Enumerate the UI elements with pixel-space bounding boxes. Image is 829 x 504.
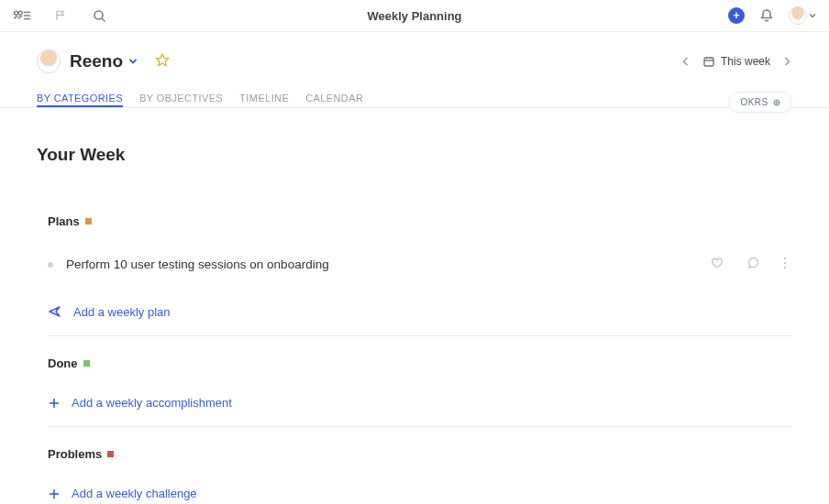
comment-icon[interactable] (746, 256, 761, 273)
section-plans-title: Plans (48, 214, 792, 228)
plan-item[interactable]: Perform 10 user testing sessions on onbo… (48, 243, 792, 284)
page-title-wrap: Weekly Planning (0, 9, 829, 23)
page-title: Weekly Planning (367, 9, 461, 23)
search-icon[interactable] (90, 6, 108, 25)
svg-rect-7 (704, 58, 713, 66)
tab-calendar[interactable]: CALENDAR (305, 93, 363, 107)
section-plans: Plans Perform 10 user testing sessions o… (37, 214, 792, 336)
heart-icon[interactable] (710, 256, 724, 273)
tab-by-objectives[interactable]: BY OBJECTIVES (139, 93, 223, 107)
avatar-icon (789, 6, 807, 25)
this-week-label: This week (721, 55, 770, 68)
section-done-title: Done (48, 356, 792, 370)
topbar-left (13, 6, 108, 25)
section-done: Done Add a weekly accomplishment (37, 356, 792, 427)
tabs: BY CATEGORIES BY OBJECTIVES TIMELINE CAL… (0, 80, 829, 107)
user-block: Reeno (37, 49, 171, 73)
page-header: Reeno This week (0, 32, 829, 80)
week-switcher: This week (680, 55, 792, 68)
section-problems-title: Problems (48, 447, 792, 461)
bell-icon[interactable] (757, 6, 776, 25)
add-problem-button[interactable]: Add a weekly challenge (48, 479, 792, 504)
svg-point-0 (15, 11, 18, 15)
svg-point-16 (784, 267, 786, 268)
flag-icon[interactable] (51, 6, 70, 25)
caret-down-icon (128, 57, 138, 66)
add-done-button[interactable]: Add a weekly accomplishment (48, 389, 792, 426)
more-icon[interactable] (783, 257, 787, 272)
svg-point-1 (18, 11, 22, 15)
plan-item-text: Perform 10 user testing sessions on onbo… (66, 257, 697, 271)
section-problems: Problems Add a weekly challenge (37, 447, 792, 504)
tab-by-categories[interactable]: BY CATEGORIES (37, 93, 123, 107)
send-icon (48, 304, 62, 319)
section-divider (48, 335, 792, 336)
star-icon[interactable] (154, 52, 171, 71)
okrs-chip[interactable]: OKRS (728, 92, 792, 113)
dot-orange-icon (85, 218, 92, 225)
svg-point-5 (94, 11, 103, 19)
caret-down-icon (809, 12, 816, 19)
section-plans-label: Plans (48, 214, 80, 228)
section-problems-label: Problems (48, 447, 102, 461)
user-menu[interactable] (789, 6, 816, 25)
plus-circle-icon[interactable]: + (728, 7, 745, 24)
tab-timeline[interactable]: TIMELINE (239, 93, 289, 107)
section-divider (48, 426, 792, 427)
okrs-chip-label: OKRS (740, 97, 768, 107)
user-avatar (37, 49, 61, 73)
add-done-label: Add a weekly accomplishment (72, 396, 232, 410)
topbar: Weekly Planning + (0, 0, 829, 31)
chevron-left-icon[interactable] (680, 56, 691, 67)
add-plan-label: Add a weekly plan (73, 305, 171, 319)
okrs-chip-icon (773, 99, 780, 106)
add-plan-button[interactable]: Add a weekly plan (48, 297, 792, 335)
svg-point-14 (784, 257, 786, 259)
svg-line-6 (102, 18, 105, 22)
team-icon[interactable] (13, 6, 31, 25)
plan-item-actions (710, 256, 792, 273)
dot-green-icon (83, 360, 90, 367)
user-name-dropdown[interactable]: Reeno (70, 51, 138, 71)
dot-red-icon (107, 451, 114, 457)
topbar-right: + (728, 6, 816, 25)
chevron-right-icon[interactable] (781, 56, 792, 67)
svg-point-15 (784, 262, 786, 264)
add-icon (48, 488, 61, 500)
bullet-icon (48, 262, 53, 268)
add-icon (48, 397, 61, 410)
user-name-label: Reeno (70, 51, 123, 71)
content: Your Week Plans Perform 10 user testing … (0, 108, 829, 504)
this-week-button[interactable]: This week (702, 55, 770, 68)
section-done-label: Done (48, 356, 78, 370)
calendar-icon (702, 55, 715, 68)
add-problem-label: Add a weekly challenge (72, 487, 197, 500)
page-heading: Your Week (37, 145, 792, 165)
